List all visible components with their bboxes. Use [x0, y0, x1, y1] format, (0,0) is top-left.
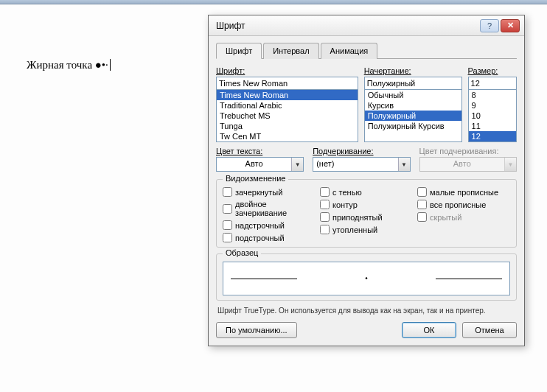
tab-animation[interactable]: Анимация [321, 43, 378, 59]
chk-strikethrough[interactable]: зачеркнутый [223, 187, 316, 197]
effects-group: Видоизменение зачеркнутый двойное зачерк… [216, 179, 517, 248]
list-item[interactable]: 11 [469, 121, 516, 131]
list-item[interactable]: Times New Roman [217, 90, 358, 100]
chevron-down-icon: ▼ [504, 158, 516, 171]
close-button[interactable]: ✕ [501, 19, 520, 32]
tab-spacing[interactable]: Интервал [263, 43, 318, 59]
underline-color-label: Цвет подчеркивания: [419, 147, 517, 155]
list-item[interactable]: 9 [469, 100, 516, 111]
dialog-title: Шрифт [216, 21, 478, 31]
chk-shadow[interactable]: с тенью [320, 187, 413, 197]
chevron-down-icon: ▼ [291, 158, 303, 171]
chk-superscript[interactable]: надстрочный [223, 220, 316, 230]
font-listbox[interactable]: Times New Roman Traditional Arabic Trebu… [216, 89, 358, 142]
size-listbox[interactable]: 8 9 10 11 12 [468, 89, 517, 142]
font-input[interactable] [216, 77, 358, 90]
tab-font[interactable]: Шрифт [216, 43, 262, 59]
dialog-titlebar[interactable]: Шрифт ? ✕ [209, 15, 524, 36]
list-item[interactable]: Tunga [217, 121, 358, 131]
chk-double-strike[interactable]: двойное зачеркивание [223, 200, 316, 217]
list-item[interactable]: 12 [469, 131, 516, 141]
chk-hidden[interactable]: скрытый [417, 212, 510, 222]
underline-label: Подчеркивание: [313, 147, 410, 155]
default-button[interactable]: По умолчанию... [216, 322, 297, 338]
effects-legend: Видоизменение [223, 174, 288, 183]
preview-group: Образец · [216, 253, 517, 301]
list-item[interactable]: Trebuchet MS [217, 111, 358, 121]
document-content: Жирная точка ●•· [27, 59, 111, 71]
chevron-down-icon: ▼ [398, 158, 410, 171]
style-listbox[interactable]: Обычный Курсив Полужирный Полужирный Кур… [364, 89, 462, 142]
list-item[interactable]: 10 [469, 111, 516, 121]
text-cursor [110, 59, 111, 71]
color-label: Цвет текста: [216, 147, 304, 155]
font-dialog: Шрифт ? ✕ Шрифт Интервал Анимация Шрифт:… [208, 15, 525, 346]
chk-smallcaps[interactable]: малые прописные [417, 187, 510, 197]
chk-allcaps[interactable]: все прописные [417, 200, 510, 209]
font-hint: Шрифт TrueType. Он используется для выво… [217, 307, 517, 315]
cancel-button[interactable]: Отмена [462, 322, 517, 338]
preview-legend: Образец [223, 248, 261, 257]
underline-dropdown[interactable]: (нет) ▼ [313, 157, 410, 172]
list-item[interactable]: Обычный [365, 90, 461, 100]
style-label: Начертание: [364, 66, 462, 75]
style-input[interactable] [364, 77, 462, 90]
ok-button[interactable]: ОК [402, 322, 456, 338]
chk-emboss[interactable]: приподнятый [320, 212, 413, 222]
underline-color-dropdown: Авто ▼ [419, 157, 517, 172]
list-item[interactable]: Полужирный [365, 111, 461, 121]
help-button[interactable]: ? [480, 19, 499, 32]
list-item[interactable]: Traditional Arabic [217, 100, 358, 111]
list-item[interactable]: 8 [469, 90, 516, 100]
chk-engrave[interactable]: утопленный [320, 225, 413, 234]
chk-outline[interactable]: контур [320, 200, 413, 209]
list-item[interactable]: Курсив [365, 100, 461, 111]
tab-strip: Шрифт Интервал Анимация [216, 42, 517, 59]
preview-box: · [223, 262, 510, 295]
app-window-bar [0, 0, 547, 4]
chk-subscript[interactable]: подстрочный [223, 233, 316, 242]
list-item[interactable]: Tw Cen MT [217, 131, 358, 141]
size-label: Размер: [468, 66, 517, 75]
color-dropdown[interactable]: Авто ▼ [216, 157, 304, 172]
size-input[interactable] [468, 77, 517, 90]
font-label: Шрифт: [216, 66, 358, 75]
list-item[interactable]: Полужирный Курсив [365, 121, 461, 131]
